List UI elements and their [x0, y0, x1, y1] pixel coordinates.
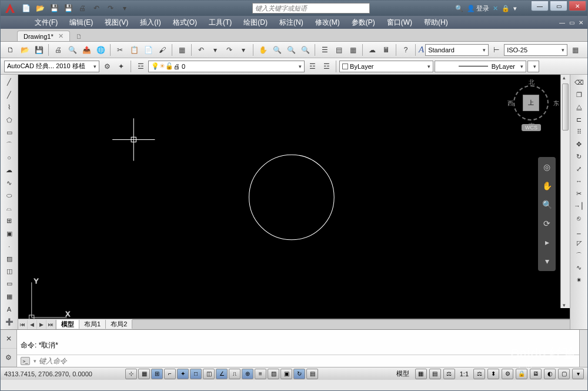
stretch-icon[interactable]: ↔	[573, 176, 586, 186]
dimstyle-icon[interactable]: ⊢	[490, 44, 503, 56]
undo-drop-icon[interactable]: ▾	[209, 44, 222, 56]
sb-ducs-icon[interactable]: ⎍	[229, 369, 240, 379]
gradient-icon[interactable]: ◫	[3, 266, 16, 276]
qat-new-icon[interactable]: 📄	[19, 2, 32, 15]
menu-view[interactable]: 视图(V)	[99, 18, 134, 28]
linetype-combo[interactable]: ByLayer	[435, 61, 526, 72]
line-icon[interactable]: ╱	[3, 77, 16, 87]
sb-quickview-drawings-icon[interactable]: ▤	[429, 369, 441, 379]
open-icon[interactable]: 📂	[18, 44, 31, 56]
sb-annovis-icon[interactable]: ⚖	[473, 369, 485, 379]
menu-window[interactable]: 窗口(W)	[381, 18, 418, 28]
tab-layout1[interactable]: 布局1	[79, 320, 106, 329]
redo-icon[interactable]: ↷	[223, 44, 236, 56]
plot-icon[interactable]: 🖨	[52, 44, 65, 56]
insert-icon[interactable]: ⊞	[3, 216, 16, 226]
command-input[interactable]	[39, 357, 576, 365]
toolpalette-icon[interactable]: ▦	[346, 44, 359, 56]
sb-dyn-icon[interactable]: ⊕	[242, 369, 253, 379]
table-icon[interactable]: ▦	[3, 292, 16, 302]
sb-sc-icon[interactable]: ↻	[293, 369, 305, 379]
sb-lock-ui-icon[interactable]: 🔒	[516, 369, 527, 379]
menu-tools[interactable]: 工具(T)	[203, 18, 238, 28]
menu-insert[interactable]: 插入(I)	[134, 18, 166, 28]
addselected-icon[interactable]: ➕	[3, 317, 16, 327]
tab-prev-icon[interactable]: ◀	[28, 320, 37, 329]
dimstyle-combo[interactable]: ISO-25	[504, 44, 567, 56]
sheetset-icon[interactable]: ▤	[332, 44, 345, 56]
zoom-realtime-icon[interactable]: 🔍	[270, 44, 283, 56]
sb-ortho-icon[interactable]: ⌐	[164, 369, 176, 379]
offset-icon[interactable]: ⊏	[573, 114, 586, 125]
tab-close-icon[interactable]: ✕	[58, 32, 64, 40]
drawing-canvas[interactable]: Y X 北 南 西 东 上 WCS ◎ ✋	[18, 75, 570, 319]
lineweight-combo[interactable]	[527, 61, 539, 72]
exchange-icon[interactable]: ✕	[493, 5, 498, 12]
qat-print-icon[interactable]: 🖨	[76, 2, 89, 15]
sb-annoscale-icon[interactable]: ⚖	[443, 369, 455, 379]
rotate-icon[interactable]: ↻	[573, 151, 586, 162]
chamfer-icon[interactable]: ◸	[573, 238, 586, 248]
block-icon[interactable]: ▣	[3, 228, 16, 238]
help-search-input[interactable]	[252, 3, 370, 14]
new-icon[interactable]: 🗋	[4, 44, 17, 56]
menu-modify[interactable]: 修改(M)	[309, 18, 346, 28]
color-combo[interactable]: ByLayer	[339, 61, 433, 72]
vc-north[interactable]: 北	[529, 78, 534, 86]
move-icon[interactable]: ✥	[573, 139, 586, 149]
login-button[interactable]: 👤登录	[467, 4, 489, 13]
qat-open-icon[interactable]: 📂	[34, 2, 46, 15]
sb-infer-icon[interactable]: ⊹	[125, 369, 137, 379]
textstyle-combo[interactable]: Standard	[425, 44, 489, 56]
menu-draw[interactable]: 绘图(D)	[238, 18, 273, 28]
inner-minimize-icon[interactable]: ―	[558, 18, 566, 26]
scale-icon[interactable]: ⤢	[573, 163, 586, 174]
close-button[interactable]: ✕	[569, 1, 586, 11]
vc-face-top[interactable]: 上	[523, 95, 539, 111]
layer-previous-icon[interactable]: ☲	[320, 60, 333, 73]
ellipsearc-icon[interactable]: ⌓	[3, 203, 16, 213]
inner-restore-icon[interactable]: ▭	[567, 18, 576, 26]
revcloud-icon[interactable]: ☁	[3, 165, 16, 175]
nav-showmenu-icon[interactable]: ▸	[540, 236, 553, 249]
qat-undo-icon[interactable]: ↶	[90, 2, 103, 15]
explode-icon[interactable]: ✷	[573, 275, 586, 285]
publish-icon[interactable]: 📤	[80, 44, 93, 56]
trim-icon[interactable]: ✂	[573, 188, 586, 199]
blockeditor-icon[interactable]: ▦	[175, 44, 188, 56]
rectangle-icon[interactable]: ▭	[3, 128, 16, 138]
xline-icon[interactable]: ╱	[3, 89, 16, 99]
blend-icon[interactable]: ∿	[573, 262, 586, 273]
sb-am-icon[interactable]: ▤	[306, 369, 318, 379]
fillet-icon[interactable]: ⌒	[573, 250, 586, 260]
workspace-combo[interactable]: AutoCAD 经典... 2010 移植	[4, 61, 99, 72]
file-tab[interactable]: Drawing1* ✕	[17, 31, 70, 41]
copy-obj-icon[interactable]: ❐	[573, 89, 586, 100]
vc-east[interactable]: 东	[553, 99, 559, 108]
sb-snap-icon[interactable]: ▦	[138, 369, 150, 379]
sb-model-label[interactable]: 模型	[393, 369, 413, 378]
break-icon[interactable]: ⎋	[573, 213, 586, 223]
minimize-button[interactable]: ―	[531, 1, 549, 11]
matchprop-icon[interactable]: 🖌	[156, 44, 169, 56]
tab-model[interactable]: 模型	[56, 320, 79, 329]
paste-icon[interactable]: 📄	[142, 44, 155, 56]
sb-hardware-icon[interactable]: 🖥	[530, 369, 542, 379]
cmd-options-icon[interactable]: ⚙	[1, 349, 16, 367]
new-tab-icon[interactable]: 🗋	[72, 32, 86, 41]
point-icon[interactable]: ·	[3, 241, 16, 251]
maximize-button[interactable]: ▭	[550, 1, 567, 11]
nav-orbit-icon[interactable]: ⟳	[540, 217, 553, 230]
menu-dimension[interactable]: 标注(N)	[273, 18, 309, 28]
array-icon[interactable]: ⠿	[573, 126, 586, 137]
polyline-icon[interactable]: ⌇	[3, 102, 16, 112]
circle-icon[interactable]: ○	[3, 153, 16, 163]
cut-icon[interactable]: ✂	[113, 44, 126, 56]
sb-cleanscreen-icon[interactable]: ▢	[558, 369, 570, 379]
pan-icon[interactable]: ✋	[256, 44, 269, 56]
zoom-previous-icon[interactable]: 🔍	[299, 44, 312, 56]
sb-transparency-icon[interactable]: ▨	[268, 369, 279, 379]
layer-combo[interactable]: 💡☀🔓🖨 0	[148, 61, 305, 72]
polygon-icon[interactable]: ⬠	[3, 115, 16, 125]
sb-otrack-icon[interactable]: ∠	[216, 369, 228, 379]
